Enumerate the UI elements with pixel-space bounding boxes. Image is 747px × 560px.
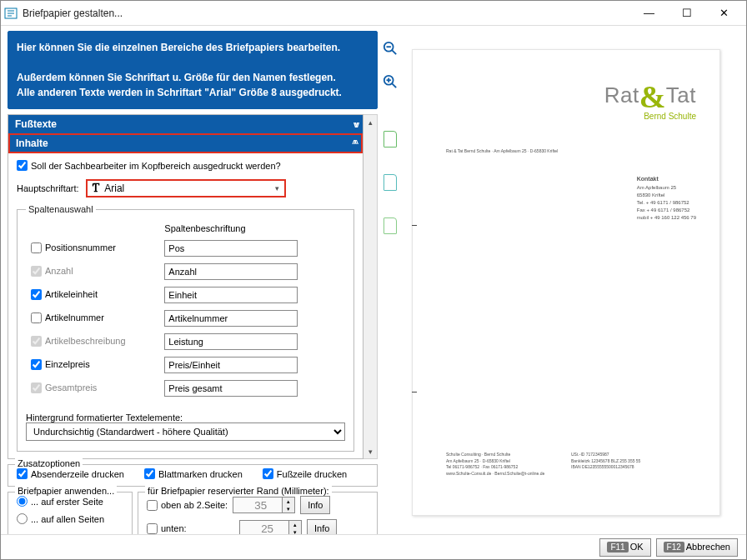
bg-label: Hintergrund formatierter Textelemente: [26,412,345,422]
sachbearbeiter-checkbox[interactable]: Soll der Sachbearbeiter im Kopfbereich a… [17,160,281,171]
minimize-button[interactable]: — [630,1,668,25]
scrollbar[interactable]: ▴ ▾ [363,114,378,459]
svg-line-2 [392,50,396,54]
logo: Rat&Tat Bernd Schulte [604,78,696,121]
tool-strip [379,26,401,534]
col-input[interactable] [164,287,298,303]
fold-mark [412,392,417,392]
section-fusstexte[interactable]: Fußtextevv [8,115,363,133]
spaltenauswahl-group: Spaltenauswahl Spaltenbeschriftung Posit… [17,204,354,452]
col-input[interactable] [164,380,298,397]
oben-checkbox[interactable]: oben ab 2.Seite: [147,500,228,511]
titlebar: Briefpapier gestalten... — ☐ ✕ [1,1,746,26]
close-button[interactable]: ✕ [705,1,743,25]
app-icon [4,7,18,20]
scroll-up-icon[interactable]: ▴ [363,115,377,129]
col-input[interactable] [164,263,298,280]
page-icon-3[interactable] [384,218,397,234]
zoom-out-icon[interactable] [383,41,398,56]
footer-block: Schulte Consulting · Bernd SchulteAm Apf… [446,452,696,477]
page-icon-1[interactable] [384,131,397,148]
rand-group: für Briefpapier reservierter Rand (Milli… [138,492,378,534]
chevron-down-icon: vv [353,120,356,129]
info-panel: Hier können Sie die einzelnen Bereiche d… [8,31,378,109]
col-row: Artikelbeschreibung [28,331,343,352]
ok-button[interactable]: F11OK [599,538,650,557]
col-row: Artikelnummer [28,308,343,329]
hauptschrift-label: Hauptschriftart: [17,183,79,193]
fuss-checkbox[interactable]: Fußzeile drucken [263,468,347,479]
col-row: Einzelpreis [28,354,343,376]
oben-spin[interactable]: ▴▾ [233,497,295,513]
font-icon: Ƭ [93,182,100,195]
cancel-button[interactable]: F12Abbrechen [656,538,738,557]
col-input[interactable] [164,333,298,350]
col-input[interactable] [164,357,298,373]
zoom-in-icon[interactable] [383,74,398,89]
blatt-checkbox[interactable]: Blattmarken drucken [144,468,243,479]
column-heading: Spaltenbeschriftung [161,221,343,236]
anwenden-group: Briefpapier anwenden... ... auf erster S… [8,492,133,534]
inhalte-panel: Soll der Sachbearbeiter im Kopfbereich a… [8,153,363,458]
font-select[interactable]: Ƭ Arial ▾ [86,179,286,198]
col-input[interactable] [164,240,298,257]
page-icon-2[interactable] [384,174,397,191]
info-button-oben[interactable]: Info [300,496,330,514]
scroll-down-icon[interactable]: ▾ [363,444,377,458]
bg-select[interactable]: Undurchsichtig (Standardwert - höhere Qu… [26,422,345,441]
info-button-unten[interactable]: Info [307,519,337,534]
unten-spin[interactable]: ▴▾ [239,520,302,534]
preview-area: Rat&Tat Bernd Schulte Rat & Tat Bernd Sc… [401,26,746,534]
section-inhalte[interactable]: Inhalte^^ [8,133,363,153]
col-row: Gesamtpreis [28,378,343,399]
alle-radio[interactable]: ... auf allen Seiten [17,513,104,524]
maximize-button[interactable]: ☐ [668,1,705,25]
window-title: Briefpapier gestalten... [23,8,123,19]
preview-page: Rat&Tat Bernd Schulte Rat & Tat Bernd Sc… [412,49,720,516]
button-bar: F11OK F12Abbrechen [1,534,746,559]
col-input[interactable] [164,310,298,327]
fold-mark [412,225,417,226]
svg-line-5 [392,83,396,88]
sender-line: Rat & Tat Bernd Schulte · Am Apfelbaum 2… [446,148,558,153]
unten-checkbox[interactable]: unten: [147,523,234,534]
absender-checkbox[interactable]: Absenderzeile drucken [17,468,124,479]
kontakt-block: Kontakt Am Apfelbaum 2565830 Kriftel Tel… [637,175,696,222]
col-row: Anzahl [28,261,343,282]
chevron-down-icon: ▾ [275,184,279,192]
col-row: Positionsnummer [28,238,343,259]
erste-radio[interactable]: ... auf erster Seite [17,496,103,507]
chevron-up-icon: ^^ [352,139,355,148]
zusatz-group: Zusatzoptionen Absenderzeile drucken Bla… [8,464,378,487]
col-row: Artikeleinheit [28,284,343,306]
